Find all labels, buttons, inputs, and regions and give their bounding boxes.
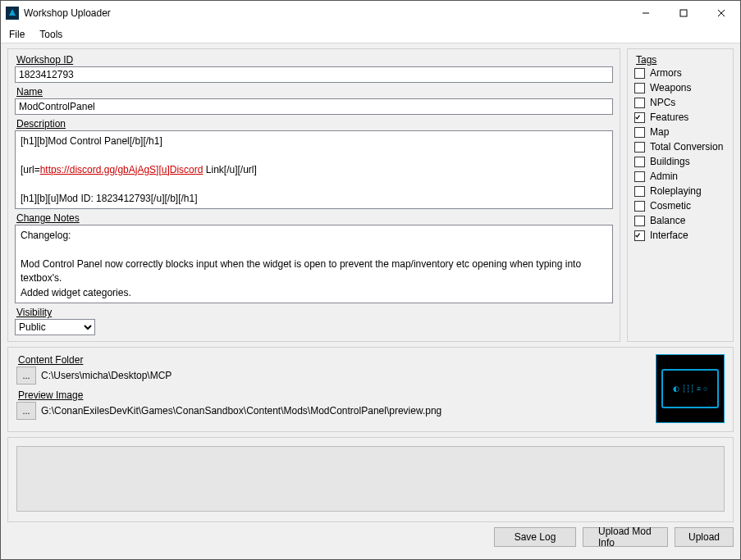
description-textarea[interactable]: [h1][b]Mod Control Panel[/b][/h1] [url=h… bbox=[15, 130, 613, 209]
tags-label: Tags bbox=[636, 54, 726, 66]
tag-row-roleplaying[interactable]: Roleplaying bbox=[634, 185, 726, 197]
tag-label: Balance bbox=[650, 215, 685, 226]
log-panel bbox=[7, 437, 734, 522]
visibility-label: Visibility bbox=[16, 307, 613, 318]
change-notes-label: Change Notes bbox=[16, 212, 613, 224]
tag-checkbox[interactable] bbox=[634, 112, 645, 123]
tag-row-features[interactable]: Features bbox=[634, 112, 726, 123]
bars-icon: ≡ bbox=[697, 385, 701, 393]
tag-row-map[interactable]: Map bbox=[634, 126, 726, 138]
app-window: Workshop Uploader File Tools Workshop ID… bbox=[0, 0, 741, 560]
tag-checkbox[interactable] bbox=[634, 216, 645, 226]
tag-row-weapons[interactable]: Weapons bbox=[634, 82, 726, 93]
content-area: Workshop ID Name Description [h1][b]Mod … bbox=[1, 43, 740, 559]
tag-label: NPCs bbox=[650, 97, 675, 108]
minimize-button[interactable] bbox=[627, 1, 665, 25]
app-icon bbox=[6, 7, 19, 20]
workshop-id-label: Workshop ID bbox=[16, 54, 613, 66]
name-input[interactable] bbox=[15, 98, 613, 115]
tag-label: Cosmetic bbox=[650, 200, 691, 212]
save-log-button[interactable]: Save Log bbox=[494, 527, 576, 547]
tag-checkbox[interactable] bbox=[634, 68, 645, 79]
maximize-button[interactable] bbox=[665, 1, 702, 25]
svg-rect-1 bbox=[680, 10, 687, 16]
pin-icon: ○ bbox=[703, 385, 707, 393]
tag-row-interface[interactable]: Interface bbox=[634, 230, 726, 241]
upload-button[interactable]: Upload bbox=[675, 527, 734, 547]
tag-label: Features bbox=[650, 112, 688, 123]
tag-label: Armors bbox=[650, 67, 682, 79]
tag-row-cosmetic[interactable]: Cosmetic bbox=[634, 200, 726, 212]
menu-file[interactable]: File bbox=[9, 29, 25, 40]
sliders-icon: ┆┆┆ bbox=[682, 385, 694, 393]
tags-panel: Tags ArmorsWeaponsNPCsFeaturesMapTotal C… bbox=[627, 48, 734, 342]
upload-mod-info-button[interactable]: Upload Mod Info bbox=[583, 527, 668, 547]
tag-row-armors[interactable]: Armors bbox=[634, 67, 726, 79]
main-form-panel: Workshop ID Name Description [h1][b]Mod … bbox=[7, 48, 620, 342]
tag-checkbox[interactable] bbox=[634, 201, 645, 212]
log-output bbox=[16, 446, 725, 512]
titlebar: Workshop Uploader bbox=[1, 1, 740, 25]
tag-label: Map bbox=[650, 126, 669, 138]
description-label: Description bbox=[16, 118, 613, 130]
discord-link[interactable]: https://discord.gg/gbAjAgS][u]Discord bbox=[40, 164, 204, 175]
paths-panel: Content Folder ... C:\Users\micha\Deskto… bbox=[7, 347, 734, 432]
tag-label: Interface bbox=[650, 230, 688, 241]
tag-label: Total Conversion bbox=[650, 141, 723, 153]
content-folder-label: Content Folder bbox=[18, 354, 647, 366]
footer-buttons: Save Log Upload Mod Info Upload bbox=[7, 527, 734, 547]
tag-checkbox[interactable] bbox=[634, 83, 645, 93]
tag-row-npcs[interactable]: NPCs bbox=[634, 97, 726, 108]
content-folder-browse-button[interactable]: ... bbox=[16, 367, 36, 385]
tag-label: Weapons bbox=[650, 82, 691, 93]
content-folder-path: C:\Users\micha\Desktop\MCP bbox=[41, 370, 172, 381]
tag-checkbox[interactable] bbox=[634, 230, 645, 241]
tag-checkbox[interactable] bbox=[634, 186, 645, 197]
menu-tools[interactable]: Tools bbox=[39, 29, 62, 40]
preview-image-path: G:\ConanExilesDevKit\Games\ConanSandbox\… bbox=[41, 405, 441, 417]
close-button[interactable] bbox=[702, 1, 740, 25]
tag-row-total-conversion[interactable]: Total Conversion bbox=[634, 141, 726, 153]
tag-checkbox[interactable] bbox=[634, 142, 645, 153]
visibility-select[interactable]: Public bbox=[15, 319, 95, 335]
name-label: Name bbox=[16, 86, 613, 98]
tag-label: Roleplaying bbox=[650, 185, 702, 197]
gauge-icon: ◐ bbox=[673, 385, 679, 393]
preview-image-label: Preview Image bbox=[18, 389, 647, 401]
preview-thumbnail: ◐ ┆┆┆ ≡ ○ bbox=[656, 354, 725, 423]
tag-row-balance[interactable]: Balance bbox=[634, 215, 726, 226]
change-notes-textarea[interactable]: Changelog: Mod Control Panel now correct… bbox=[15, 225, 613, 303]
tag-checkbox[interactable] bbox=[634, 98, 645, 108]
menubar: File Tools bbox=[1, 25, 740, 43]
preview-image-browse-button[interactable]: ... bbox=[16, 402, 36, 420]
tag-checkbox[interactable] bbox=[634, 127, 645, 138]
tag-label: Buildings bbox=[650, 156, 690, 167]
workshop-id-input[interactable] bbox=[15, 66, 613, 83]
tag-label: Admin bbox=[650, 171, 678, 182]
tag-row-buildings[interactable]: Buildings bbox=[634, 156, 726, 167]
tag-row-admin[interactable]: Admin bbox=[634, 171, 726, 182]
tag-checkbox[interactable] bbox=[634, 157, 645, 167]
tag-checkbox[interactable] bbox=[634, 171, 645, 182]
window-title: Workshop Uploader bbox=[24, 7, 111, 19]
